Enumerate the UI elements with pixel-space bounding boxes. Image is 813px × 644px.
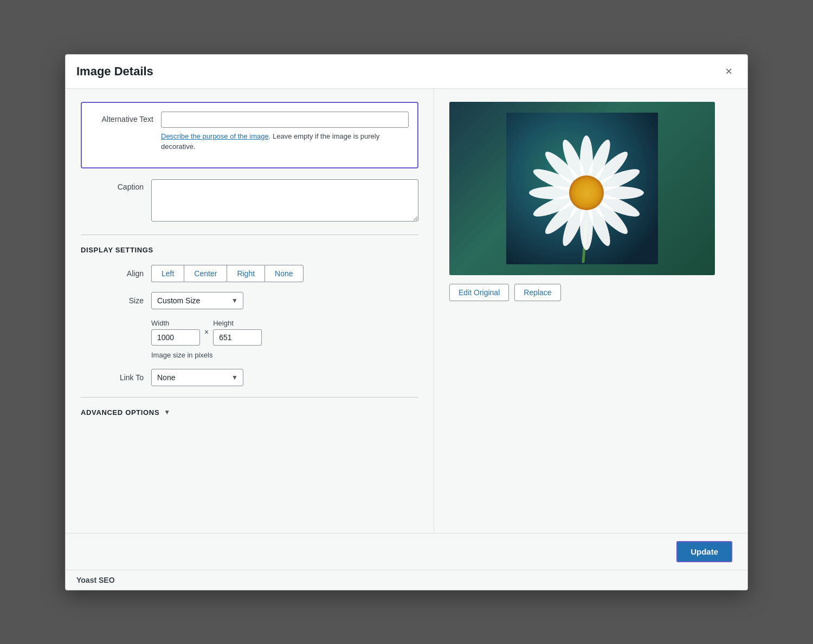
display-settings-section: DISPLAY SETTINGS Align Left Center Right… <box>81 246 418 386</box>
alt-text-row: Alternative Text Describe the purpose of… <box>91 112 409 152</box>
caption-input-wrap <box>151 179 418 224</box>
alt-text-label: Alternative Text <box>91 112 161 123</box>
left-panel: Alternative Text Describe the purpose of… <box>66 89 434 533</box>
dimensions-row: Width × Height Image size in pixels <box>81 319 418 359</box>
advanced-arrow-icon: ▼ <box>164 408 171 416</box>
size-inputs-group: Width × Height Image size in pixels <box>151 319 262 359</box>
align-buttons-group: Left Center Right None <box>151 265 304 282</box>
alt-text-group: Alternative Text Describe the purpose of… <box>81 102 418 168</box>
image-preview <box>449 102 715 275</box>
align-left-button[interactable]: Left <box>151 265 184 282</box>
link-to-select-wrap: None Media File Attachment Page Custom U… <box>151 369 243 386</box>
advanced-options-label: ADVANCED OPTIONS <box>81 408 159 417</box>
caption-label: Caption <box>81 179 151 191</box>
modal-header: Image Details × <box>66 55 747 89</box>
size-label: Size <box>81 296 151 305</box>
height-input[interactable] <box>213 329 262 346</box>
align-row: Align Left Center Right None <box>81 265 418 282</box>
caption-row: Caption <box>81 179 418 224</box>
link-to-label: Link To <box>81 373 151 382</box>
right-panel: Edit Original Replace <box>434 89 747 533</box>
align-right-button[interactable]: Right <box>227 265 264 282</box>
replace-button[interactable]: Replace <box>514 284 560 301</box>
size-select-wrap: Custom Size Full Size Large Medium Thumb… <box>151 292 243 309</box>
advanced-options-toggle[interactable]: ADVANCED OPTIONS ▼ <box>81 408 418 417</box>
size-select[interactable]: Custom Size Full Size Large Medium Thumb… <box>151 292 243 309</box>
width-input[interactable] <box>151 329 200 346</box>
align-label: Align <box>81 269 151 278</box>
size-x-separator: × <box>204 328 209 336</box>
width-group: Width <box>151 319 200 346</box>
display-settings-title: DISPLAY SETTINGS <box>81 246 418 254</box>
width-height-inputs: Width × Height <box>151 319 262 346</box>
size-row: Size Custom Size Full Size Large Medium … <box>81 292 418 309</box>
daisy-image <box>506 113 658 264</box>
modal-body: Alternative Text Describe the purpose of… <box>66 89 747 533</box>
link-to-select[interactable]: None Media File Attachment Page Custom U… <box>151 369 243 386</box>
divider-1 <box>81 235 418 235</box>
alt-helper-link[interactable]: Describe the purpose of the image <box>161 132 269 140</box>
caption-input[interactable] <box>151 179 418 222</box>
alt-helper-text: Describe the purpose of the image. Leave… <box>161 131 409 152</box>
align-none-button[interactable]: None <box>264 265 303 282</box>
link-to-row: Link To None Media File Attachment Page … <box>81 369 418 386</box>
modal-footer: Update <box>66 533 747 570</box>
divider-2 <box>81 397 418 398</box>
align-center-button[interactable]: Center <box>184 265 227 282</box>
height-group: Height <box>213 319 262 346</box>
image-details-modal: Image Details × Alternative Text Describ… <box>65 54 748 590</box>
height-label: Height <box>213 319 262 327</box>
modal-title: Image Details <box>76 64 153 79</box>
width-label: Width <box>151 319 200 327</box>
close-button[interactable]: × <box>721 63 737 80</box>
yoast-label: Yoast SEO <box>76 576 115 584</box>
alt-text-input-wrap: Describe the purpose of the image. Leave… <box>161 112 409 152</box>
yoast-bar: Yoast SEO <box>66 570 747 590</box>
svg-point-19 <box>571 178 602 208</box>
image-actions: Edit Original Replace <box>449 284 732 301</box>
update-button[interactable]: Update <box>676 541 732 562</box>
edit-original-button[interactable]: Edit Original <box>449 284 509 301</box>
alt-text-input[interactable] <box>161 112 409 128</box>
size-hint: Image size in pixels <box>151 351 262 359</box>
